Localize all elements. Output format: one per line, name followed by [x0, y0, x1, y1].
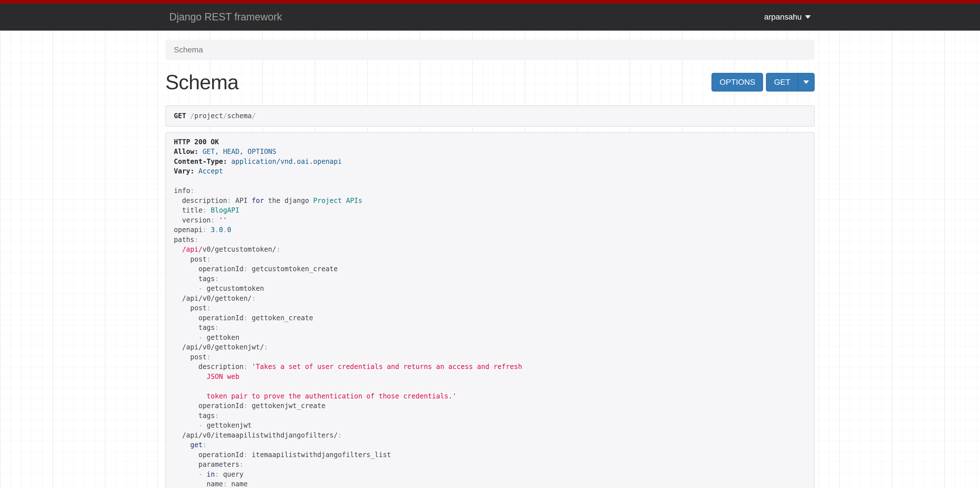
get-format-dropdown-toggle[interactable] — [798, 73, 815, 92]
get-button[interactable]: GET — [766, 73, 798, 92]
request-info: GET /project/schema/ — [165, 105, 815, 127]
code-line: description: 'Takes a set of user creden… — [174, 362, 806, 372]
code-line: /api/v0/gettokenjwt/: — [174, 342, 806, 352]
code-line: /api/v0/gettoken/: — [174, 293, 806, 304]
breadcrumb-item-schema: Schema — [174, 45, 203, 54]
caret-down-icon — [803, 81, 809, 84]
code-line: /api/v0/itemaapilistwithdjangofilters/: — [174, 431, 806, 440]
code-line: GET /project/schema/ — [174, 111, 806, 121]
code-line: - gettoken — [174, 333, 806, 342]
code-line: parameters: — [174, 459, 806, 470]
page: { "theme": { "topbar_red": "#9e0101", "n… — [0, 0, 980, 488]
code-line: name: name — [174, 479, 806, 488]
brand-link[interactable]: Django REST framework — [169, 11, 282, 23]
top-accent-bar — [0, 0, 980, 3]
code-line — [174, 176, 806, 186]
main-container: Schema Schema OPTIONS GET GET /project/s… — [165, 40, 815, 488]
caret-down-icon — [805, 15, 811, 19]
breadcrumb: Schema — [165, 40, 815, 60]
code-line: tags: — [174, 323, 806, 333]
toolbar: OPTIONS GET — [711, 73, 815, 92]
page-header: Schema OPTIONS GET — [165, 70, 815, 95]
code-line: /api/v0/getcustomtoken/: — [174, 244, 806, 255]
code-line: get: — [174, 440, 806, 450]
code-line: post: — [174, 303, 806, 313]
code-line: - in: query — [174, 470, 806, 480]
code-line: operationId: itemaapilistwithdjangofilte… — [174, 450, 806, 460]
code-line: version: '' — [174, 215, 806, 225]
code-line: Allow: GET, HEAD, OPTIONS — [174, 147, 806, 157]
code-line: title: BlogAPI — [174, 206, 806, 215]
navbar: Django REST framework arpansahu — [0, 3, 980, 31]
code-line: operationId: getcustomtoken_create — [174, 264, 806, 274]
code-line — [174, 382, 806, 391]
code-line: paths: — [174, 235, 806, 245]
page-title: Schema — [165, 71, 239, 94]
code-line: - getcustomtoken — [174, 284, 806, 293]
code-line: info: — [174, 186, 806, 196]
code-line: Content-Type: application/vnd.oai.openap… — [174, 157, 806, 166]
code-line: openapi: 3.0.0 — [174, 225, 806, 235]
code-line: token pair to prove the authentication o… — [174, 391, 806, 401]
code-line: HTTP 200 OK — [174, 137, 806, 147]
options-button[interactable]: OPTIONS — [711, 73, 763, 92]
code-line: - gettokenjwt — [174, 421, 806, 431]
code-line: tags: — [174, 411, 806, 421]
response-info: HTTP 200 OKAllow: GET, HEAD, OPTIONSCont… — [165, 132, 815, 488]
code-line: post: — [174, 352, 806, 362]
username-label: arpansahu — [764, 13, 802, 22]
code-line: JSON web — [174, 372, 806, 382]
user-dropdown[interactable]: arpansahu — [764, 13, 811, 22]
get-button-group: GET — [766, 73, 815, 92]
code-line: operationId: gettokenjwt_create — [174, 401, 806, 411]
code-line: operationId: gettoken_create — [174, 313, 806, 323]
code-line: description: API for the django Project … — [174, 196, 806, 206]
code-line: Vary: Accept — [174, 166, 806, 176]
code-line: post: — [174, 255, 806, 265]
code-line: tags: — [174, 274, 806, 284]
